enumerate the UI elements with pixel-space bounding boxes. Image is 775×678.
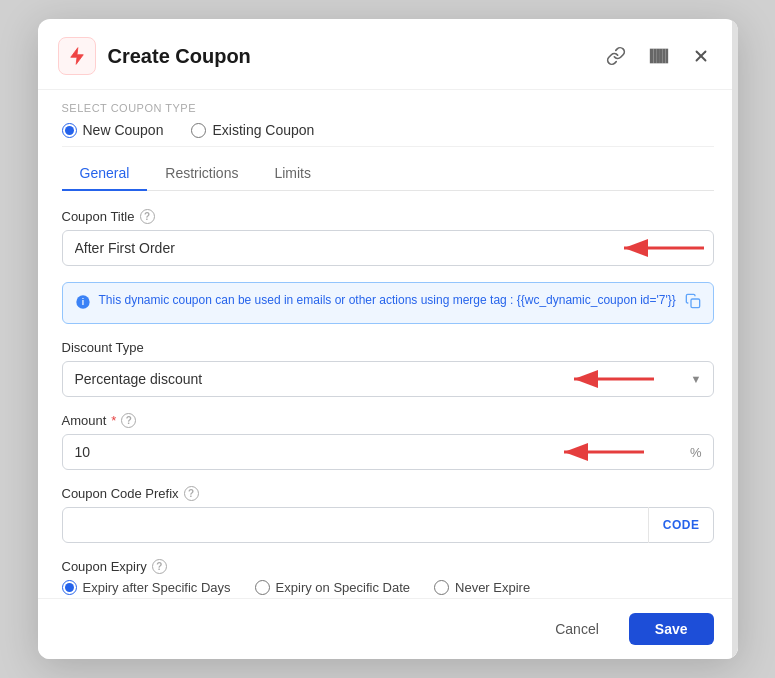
coupon-code-prefix-label: Coupon Code Prefix ? — [62, 486, 714, 501]
coupon-title-label: Coupon Title ? — [62, 209, 714, 224]
discount-type-field-row: Percentage discount Fixed cart discount … — [62, 361, 714, 397]
discount-type-label: Discount Type — [62, 340, 714, 355]
coupon-title-field-row — [62, 230, 714, 266]
tab-bar: General Restrictions Limits — [62, 157, 714, 191]
expiry-radio-group: Expiry after Specific Days Expiry on Spe… — [62, 580, 714, 595]
modal-footer: Cancel Save — [38, 598, 738, 659]
coupon-title-help-icon[interactable]: ? — [140, 209, 155, 224]
cancel-button[interactable]: Cancel — [535, 613, 619, 645]
modal-dialog: Create Coupon — [38, 19, 738, 659]
coupon-code-prefix-group: Coupon Code Prefix ? CODE — [62, 486, 714, 543]
link-icon[interactable] — [602, 42, 630, 70]
coupon-expiry-help-icon[interactable]: ? — [152, 559, 167, 574]
info-icon: i — [75, 294, 91, 313]
coupon-title-group: Coupon Title ? — [62, 209, 714, 266]
radio-new-coupon-input[interactable] — [62, 123, 77, 138]
svg-rect-4 — [663, 50, 664, 63]
amount-input[interactable] — [62, 434, 714, 470]
svg-rect-12 — [691, 299, 700, 308]
coupon-expiry-label: Coupon Expiry ? — [62, 559, 714, 574]
info-box-text: This dynamic coupon can be used in email… — [99, 293, 677, 307]
radio-expiry-specific-days[interactable]: Expiry after Specific Days — [62, 580, 231, 595]
svg-rect-1 — [654, 50, 655, 63]
amount-suffix: % — [690, 444, 702, 459]
radio-expiry-specific-date[interactable]: Expiry on Specific Date — [255, 580, 410, 595]
coupon-code-prefix-help-icon[interactable]: ? — [184, 486, 199, 501]
radio-new-coupon-label: New Coupon — [83, 122, 164, 138]
close-icon[interactable] — [688, 43, 714, 69]
discount-type-select[interactable]: Percentage discount Fixed cart discount … — [62, 361, 714, 397]
radio-never-expire-label: Never Expire — [455, 580, 530, 595]
tab-general[interactable]: General — [62, 157, 148, 191]
svg-rect-0 — [650, 50, 652, 63]
coupon-title-input[interactable] — [62, 230, 714, 266]
copy-icon[interactable] — [685, 293, 701, 312]
barcode-icon[interactable] — [644, 41, 674, 71]
modal-header: Create Coupon — [38, 19, 738, 90]
coupon-type-radio-group: New Coupon Existing Coupon — [62, 122, 714, 138]
svg-text:i: i — [81, 296, 83, 306]
modal-title: Create Coupon — [108, 45, 590, 68]
radio-never-expire-input[interactable] — [434, 580, 449, 595]
coupon-code-prefix-input[interactable] — [62, 507, 714, 543]
radio-expiry-specific-date-label: Expiry on Specific Date — [276, 580, 410, 595]
tab-limits[interactable]: Limits — [256, 157, 329, 191]
radio-expiry-specific-date-input[interactable] — [255, 580, 270, 595]
modal-overlay: Create Coupon — [0, 0, 775, 678]
header-actions — [602, 41, 714, 71]
coupon-type-label: Select Coupon Type — [62, 102, 714, 114]
radio-expiry-specific-days-label: Expiry after Specific Days — [83, 580, 231, 595]
modal-body: Select Coupon Type New Coupon Existing C… — [38, 90, 738, 598]
svg-rect-3 — [660, 50, 661, 63]
info-box: i This dynamic coupon can be used in ema… — [62, 282, 714, 324]
amount-label: Amount* ? — [62, 413, 714, 428]
save-button[interactable]: Save — [629, 613, 714, 645]
discount-type-group: Discount Type Percentage discount Fixed … — [62, 340, 714, 397]
modal-icon — [58, 37, 96, 75]
radio-existing-coupon-input[interactable] — [191, 123, 206, 138]
radio-never-expire[interactable]: Never Expire — [434, 580, 530, 595]
radio-existing-coupon[interactable]: Existing Coupon — [191, 122, 314, 138]
svg-rect-2 — [657, 50, 659, 63]
tab-restrictions[interactable]: Restrictions — [147, 157, 256, 191]
amount-field-row: % — [62, 434, 714, 470]
coupon-code-prefix-field-row: CODE — [62, 507, 714, 543]
coupon-type-section: Select Coupon Type New Coupon Existing C… — [62, 90, 714, 147]
code-button[interactable]: CODE — [648, 507, 714, 543]
amount-group: Amount* ? % — [62, 413, 714, 470]
svg-rect-5 — [666, 50, 667, 63]
radio-existing-coupon-label: Existing Coupon — [212, 122, 314, 138]
radio-new-coupon[interactable]: New Coupon — [62, 122, 164, 138]
amount-help-icon[interactable]: ? — [121, 413, 136, 428]
radio-expiry-specific-days-input[interactable] — [62, 580, 77, 595]
coupon-expiry-group: Coupon Expiry ? Expiry after Specific Da… — [62, 559, 714, 595]
